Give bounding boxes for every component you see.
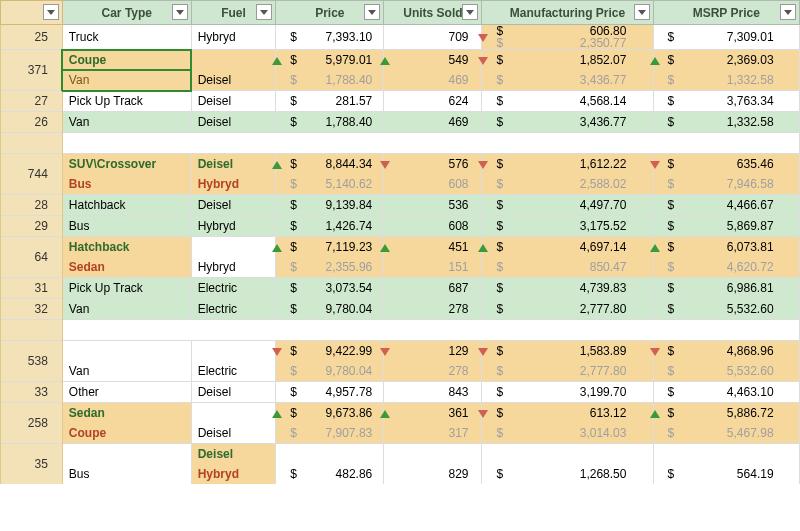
msrp-cell[interactable]: $5,532.60	[653, 299, 799, 320]
units-cell[interactable]: 687	[384, 278, 482, 299]
units-cell[interactable]: 608	[384, 174, 482, 195]
header-group[interactable]	[1, 1, 63, 25]
msrp-cell[interactable]: $5,532.60	[653, 361, 799, 382]
msrp-cell[interactable]: $4,868.96	[653, 341, 799, 362]
chevron-down-icon[interactable]	[462, 4, 478, 20]
chevron-down-icon[interactable]	[256, 4, 272, 20]
car-type-cell[interactable]: Van	[62, 299, 191, 320]
mfg-cell[interactable]: $1,612.22	[482, 154, 653, 175]
car-type-cell[interactable]: Pick Up Track	[62, 278, 191, 299]
price-cell[interactable]: $8,844.34	[276, 154, 384, 175]
mfg-cell[interactable]: $1,583.89	[482, 341, 653, 362]
table-row[interactable]: 64HatchbackHybryd$7,119.23451$4,697.14$6…	[1, 237, 800, 258]
units-cell[interactable]: 151	[384, 257, 482, 278]
table-row[interactable]: 28HatchbackDeisel$9,139.84536$4,497.70$4…	[1, 195, 800, 216]
car-type-cell[interactable]: Sedan	[62, 403, 191, 424]
header-msrp[interactable]: MSRP Price	[653, 1, 799, 25]
units-cell[interactable]: 278	[384, 361, 482, 382]
price-cell[interactable]: $7,907.83	[276, 423, 384, 444]
units-cell[interactable]: 843	[384, 382, 482, 403]
price-cell[interactable]: $482.86	[276, 444, 384, 485]
price-cell[interactable]: $7,393.10	[276, 25, 384, 50]
fuel-cell[interactable]: Hybryd	[191, 237, 276, 278]
price-cell[interactable]: $2,355.96	[276, 257, 384, 278]
header-fuel[interactable]: Fuel	[191, 1, 276, 25]
units-cell[interactable]: 549	[384, 50, 482, 71]
chevron-down-icon[interactable]	[172, 4, 188, 20]
price-cell[interactable]: $1,788.40	[276, 112, 384, 133]
units-cell[interactable]: 608	[384, 216, 482, 237]
car-type-cell[interactable]: Coupe	[62, 50, 191, 71]
fuel-cell[interactable]: Electric	[191, 341, 276, 382]
units-cell[interactable]: 278	[384, 299, 482, 320]
car-type-cell[interactable]: Pick Up Track	[62, 91, 191, 112]
mfg-cell[interactable]: $606.80$2,350.77	[482, 25, 653, 50]
car-type-cell[interactable]: Van	[62, 341, 191, 382]
price-cell[interactable]: $9,422.99	[276, 341, 384, 362]
mfg-cell[interactable]: $3,175.52	[482, 216, 653, 237]
mfg-cell[interactable]: $2,777.80	[482, 299, 653, 320]
units-cell[interactable]: 829	[384, 444, 482, 485]
mfg-cell[interactable]: $2,588.02	[482, 174, 653, 195]
table-row[interactable]: BusHybryd$5,140.62608$2,588.02$7,946.58	[1, 174, 800, 195]
car-type-cell[interactable]: Other	[62, 382, 191, 403]
table-row[interactable]: Sedan$2,355.96151$850.47$4,620.72	[1, 257, 800, 278]
msrp-cell[interactable]: $5,467.98	[653, 423, 799, 444]
units-cell[interactable]: 624	[384, 91, 482, 112]
fuel-cell[interactable]: Hybryd	[191, 25, 276, 50]
units-cell[interactable]: 536	[384, 195, 482, 216]
table-row[interactable]: 33OtherDeisel$4,957.78843$3,199.70$4,463…	[1, 382, 800, 403]
price-cell[interactable]: $5,140.62	[276, 174, 384, 195]
msrp-cell[interactable]: $5,886.72	[653, 403, 799, 424]
fuel-cell[interactable]: Deisel	[191, 444, 276, 465]
header-mfg[interactable]: Manufacturing Price	[482, 1, 653, 25]
msrp-cell[interactable]: $1,332.58	[653, 112, 799, 133]
units-cell[interactable]: 129	[384, 341, 482, 362]
chevron-down-icon[interactable]	[364, 4, 380, 20]
header-price[interactable]: Price	[276, 1, 384, 25]
car-type-cell[interactable]: Hatchback	[62, 237, 191, 258]
fuel-cell[interactable]: Deisel	[191, 154, 276, 175]
mfg-cell[interactable]: $3,436.77	[482, 70, 653, 91]
fuel-cell[interactable]: Deisel	[191, 50, 276, 91]
mfg-cell[interactable]: $4,739.83	[482, 278, 653, 299]
msrp-cell[interactable]: $7,309.01	[653, 25, 799, 50]
price-cell[interactable]: $1,426.74	[276, 216, 384, 237]
price-cell[interactable]: $1,788.40	[276, 70, 384, 91]
msrp-cell[interactable]: $635.46	[653, 154, 799, 175]
units-cell[interactable]: 451	[384, 237, 482, 258]
price-cell[interactable]: $7,119.23	[276, 237, 384, 258]
price-cell[interactable]: $9,780.04	[276, 299, 384, 320]
car-type-cell[interactable]: Bus	[62, 216, 191, 237]
mfg-cell[interactable]: $4,568.14	[482, 91, 653, 112]
chevron-down-icon[interactable]	[634, 4, 650, 20]
mfg-cell[interactable]: $613.12	[482, 403, 653, 424]
price-cell[interactable]: $9,673.86	[276, 403, 384, 424]
mfg-cell[interactable]: $3,014.03	[482, 423, 653, 444]
mfg-cell[interactable]: $2,777.80	[482, 361, 653, 382]
table-row[interactable]: 29BusHybryd$1,426.74608$3,175.52$5,869.8…	[1, 216, 800, 237]
car-type-cell[interactable]: Van	[62, 70, 191, 91]
table-row[interactable]: 27Pick Up TrackDeisel$281.57624$4,568.14…	[1, 91, 800, 112]
car-type-cell[interactable]: SUV\Crossover	[62, 154, 191, 175]
mfg-cell[interactable]: $3,436.77	[482, 112, 653, 133]
msrp-cell[interactable]: $2,369.03	[653, 50, 799, 71]
mfg-cell[interactable]: $4,497.70	[482, 195, 653, 216]
fuel-cell[interactable]: Electric	[191, 299, 276, 320]
price-cell[interactable]: $9,780.04	[276, 361, 384, 382]
car-type-cell[interactable]: Hatchback	[62, 195, 191, 216]
msrp-cell[interactable]: $564.19	[653, 444, 799, 485]
chevron-down-icon[interactable]	[43, 4, 59, 20]
msrp-cell[interactable]: $7,946.58	[653, 174, 799, 195]
fuel-cell[interactable]: Deisel	[191, 195, 276, 216]
mfg-cell[interactable]: $850.47	[482, 257, 653, 278]
table-row[interactable]: 371CoupeDeisel$5,979.01549$1,852.07$2,36…	[1, 50, 800, 71]
price-cell[interactable]: $5,979.01	[276, 50, 384, 71]
fuel-cell[interactable]: Hybryd	[191, 216, 276, 237]
car-type-cell[interactable]: Van	[62, 112, 191, 133]
table-row[interactable]: 26VanDeisel$1,788.40469$3,436.77$1,332.5…	[1, 112, 800, 133]
chevron-down-icon[interactable]	[780, 4, 796, 20]
price-cell[interactable]: $4,957.78	[276, 382, 384, 403]
fuel-cell[interactable]: Deisel	[191, 382, 276, 403]
msrp-cell[interactable]: $4,466.67	[653, 195, 799, 216]
